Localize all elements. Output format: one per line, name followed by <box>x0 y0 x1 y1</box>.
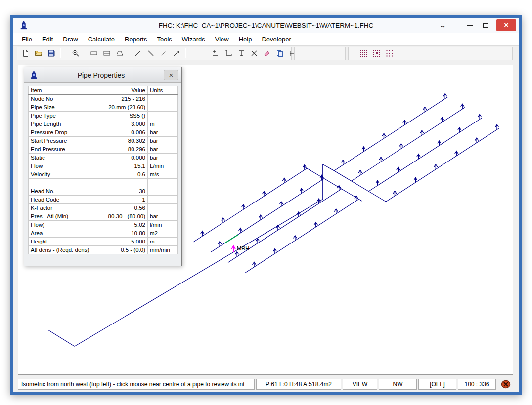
status-snap-toggle[interactable]: [OFF] <box>418 379 456 390</box>
property-item: Node No <box>29 95 102 103</box>
property-units <box>148 103 178 112</box>
pipe-segment[interactable] <box>228 189 342 262</box>
save-button[interactable] <box>45 48 57 59</box>
property-row: Pres - Atl (Min)80.30 - (80.00)bar <box>29 212 178 221</box>
menu-item-calculate[interactable]: Calculate <box>83 34 120 45</box>
line-down-tool-icon <box>147 49 155 57</box>
property-value: 1 <box>102 196 148 204</box>
maximize-button[interactable] <box>478 20 493 31</box>
pipe-tee-button[interactable] <box>235 48 247 59</box>
property-value: 30 <box>102 187 148 196</box>
trapezoid-tool-icon <box>116 49 124 57</box>
property-row: Static0.000bar <box>29 154 178 162</box>
pipe-segment[interactable] <box>334 97 448 171</box>
arrow-tool-icon <box>173 49 180 57</box>
menu-item-view[interactable]: View <box>210 34 234 45</box>
menu-item-file[interactable]: File <box>17 34 37 45</box>
pipe-plus-button[interactable] <box>210 48 222 59</box>
pipe-properties-table: ItemValueUnits Node No215 - 216Pipe Size… <box>28 86 178 254</box>
trapezoid-button[interactable] <box>114 48 126 59</box>
property-units: l/min <box>148 221 178 229</box>
property-value: 0.6 <box>102 170 148 179</box>
arrow-button[interactable] <box>171 48 182 59</box>
pipe-properties-panel: Pipe Properties × ItemValueUnits Node No… <box>24 67 182 266</box>
rect-mid-button[interactable] <box>101 48 113 59</box>
resize-icon[interactable]: ↔ <box>437 20 448 31</box>
panel-title-bar[interactable]: Pipe Properties × <box>24 67 181 83</box>
property-item: Velocity <box>29 170 102 179</box>
menu-item-help[interactable]: Help <box>234 34 257 45</box>
pipe-plus-tool-icon <box>212 49 220 57</box>
property-value: 5.000 <box>102 238 148 246</box>
toolbar-separator <box>129 48 129 58</box>
pipe-segment[interactable] <box>193 168 307 242</box>
property-value: 80.296 <box>102 145 148 154</box>
minimize-button[interactable] <box>462 20 478 31</box>
property-row: Height5.000m <box>29 238 178 246</box>
pipe-cut-button[interactable] <box>248 48 260 59</box>
pipe-segment[interactable] <box>369 118 483 191</box>
toolbar-band-main <box>17 47 292 60</box>
open-folder-button[interactable] <box>33 48 44 59</box>
toolbar-separator <box>185 48 186 58</box>
pipe-segment[interactable] <box>386 128 500 202</box>
menu-item-developer[interactable]: Developer <box>257 34 296 45</box>
menu-item-tools[interactable]: Tools <box>152 34 177 45</box>
toolbar-group <box>70 48 82 59</box>
open-folder-icon <box>35 49 43 57</box>
toolbar-band-spare <box>294 47 346 60</box>
status-zoom-ratio[interactable]: 100 : 336 <box>458 379 496 390</box>
pipe-elbow-button[interactable] <box>222 48 234 59</box>
title-bar[interactable]: FHC: K:\FHC_CA~1\PROJEC~1\CANUTE\WEBSIT~… <box>13 18 519 33</box>
property-value: 0.5 - (0.0) <box>102 246 148 254</box>
property-row: Head Code1 <box>29 196 178 204</box>
status-message: Isometric from north west (top left) - c… <box>18 379 255 390</box>
heads-block-button[interactable] <box>371 48 383 59</box>
pipe-segment[interactable] <box>352 107 465 181</box>
rect-mid-tool-icon <box>103 49 111 57</box>
selected-pipe-segment[interactable] <box>224 235 238 243</box>
property-item: Pipe Length <box>29 120 102 128</box>
property-units: bar <box>148 137 178 145</box>
workspace: MRH Pipe Properties × ItemValueUnits Nod… <box>13 61 519 378</box>
status-view-mode[interactable]: VIEW <box>343 379 377 390</box>
property-units: bar <box>148 145 178 154</box>
panel-close-button[interactable]: × <box>164 70 178 80</box>
property-item <box>29 179 102 187</box>
rect-button[interactable] <box>88 48 100 59</box>
menu-item-draw[interactable]: Draw <box>58 34 83 45</box>
status-orientation[interactable]: NW <box>379 379 417 390</box>
property-item: Pres - Atl (Min) <box>29 212 102 221</box>
property-value: 215 - 216 <box>102 95 148 103</box>
pipe-segment[interactable] <box>304 166 362 202</box>
property-units: m2 <box>148 229 178 238</box>
property-item: Flow) <box>29 221 102 229</box>
line-thin-button[interactable] <box>158 48 170 59</box>
heads-sparse-button[interactable] <box>384 48 396 59</box>
new-file-button[interactable] <box>20 48 32 59</box>
line-up-button[interactable] <box>132 48 144 59</box>
property-units: L/min <box>148 162 178 170</box>
property-item: Head Code <box>29 196 102 204</box>
menu-item-reports[interactable]: Reports <box>120 34 152 45</box>
menu-bar: FileEditDrawCalculateReportsToolsWizards… <box>13 33 519 45</box>
line-down-button[interactable] <box>145 48 157 59</box>
property-units: bar <box>148 128 178 137</box>
status-logo <box>497 379 514 390</box>
menu-item-edit[interactable]: Edit <box>37 34 58 45</box>
pipe-segment[interactable] <box>323 164 334 171</box>
pipe-segment[interactable] <box>245 199 359 273</box>
copy-button[interactable] <box>274 48 286 59</box>
heads-grid-button[interactable] <box>358 48 370 59</box>
heads-sparse-tool-icon <box>386 49 394 57</box>
pipe-segment[interactable] <box>48 330 75 347</box>
property-value: 5.02 <box>102 221 148 229</box>
toolbar-group <box>210 48 299 59</box>
pipe-cut-tool-icon <box>250 49 258 57</box>
toolbar-group <box>88 48 126 59</box>
menu-item-wizards[interactable]: Wizards <box>177 34 210 45</box>
eraser-button[interactable] <box>261 48 273 59</box>
zoom-button[interactable] <box>70 48 82 59</box>
property-units <box>148 204 178 212</box>
close-button[interactable]: × <box>496 19 516 31</box>
